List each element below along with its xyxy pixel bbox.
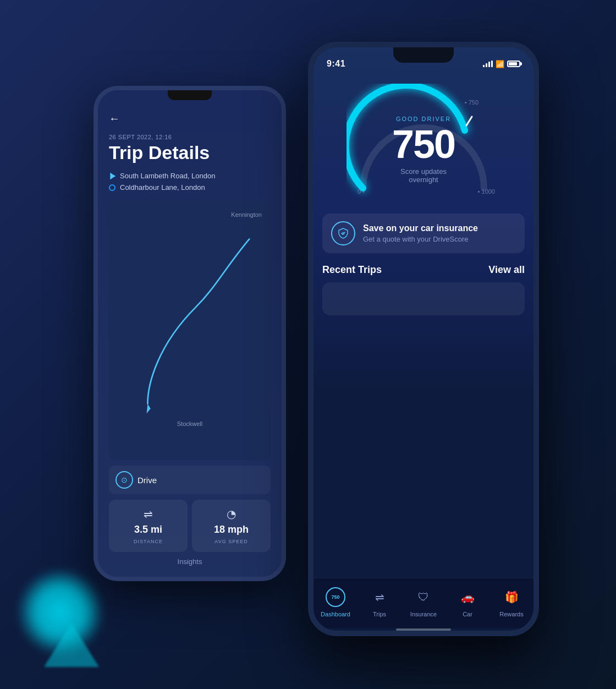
- map-curve-svg: [109, 200, 271, 433]
- stat-speed: ◔ 18 mph AVG SPEED: [192, 500, 271, 552]
- back-phone-notch: [168, 90, 212, 100]
- gauge-tick: • 750: [465, 99, 479, 106]
- car-icon: 🚗: [461, 590, 475, 604]
- speed-label: AVG SPEED: [215, 539, 248, 544]
- signal-icon: [483, 61, 493, 67]
- gauge-wrapper: GOOD DRIVER 750 Score updates overnight …: [346, 84, 501, 205]
- gauge-min: 0 •: [358, 188, 365, 195]
- gauge-max: • 1000: [478, 188, 495, 195]
- insurance-shield-icon: [331, 221, 355, 245]
- distance-label: DISTANCE: [134, 539, 163, 544]
- back-phone-screen: ← 26 SEPT 2022, 12:16 Trip Details South…: [98, 90, 282, 577]
- svg-line-0: [466, 117, 472, 125]
- gauge-center: GOOD DRIVER 750 Score updates overnight: [385, 116, 462, 184]
- trips-icon: ⇌: [375, 590, 384, 604]
- wifi-icon: 📶: [496, 60, 504, 68]
- score-value: 750: [385, 124, 462, 164]
- front-phone-notch: [393, 47, 454, 63]
- route-start-icon: [109, 173, 116, 179]
- insurance-icon: 🛡: [418, 591, 429, 604]
- speed-value: 18 mph: [214, 524, 249, 535]
- front-phone: 9:41 📶: [308, 42, 539, 636]
- route-item-start: South Lambeth Road, London: [109, 172, 271, 180]
- nav-label-dashboard: Dashboard: [321, 611, 350, 617]
- insurance-text: Save on your car insurance Get a quote w…: [363, 223, 478, 243]
- nav-label-car: Car: [463, 611, 472, 617]
- trip-route: South Lambeth Road, London Coldharbour L…: [109, 172, 271, 192]
- nav-item-rewards[interactable]: 🎁 Rewards: [495, 586, 528, 617]
- driver-label: GOOD DRIVER: [385, 116, 462, 122]
- drive-icon: ⊙: [116, 471, 133, 489]
- route-start-text: South Lambeth Road, London: [120, 172, 215, 180]
- dashboard-score-icon: 750: [326, 587, 345, 607]
- battery-icon: [507, 61, 520, 67]
- status-icons: 📶: [483, 60, 520, 68]
- drive-label: Drive: [138, 475, 157, 485]
- home-indicator: [396, 628, 451, 631]
- nav-label-insurance: Insurance: [410, 611, 437, 617]
- front-phone-screen: 9:41 📶: [314, 47, 534, 631]
- insurance-subtitle: Get a quote with your DriveScore: [363, 235, 478, 243]
- route-end-icon: [109, 184, 116, 191]
- distance-icon: ⇌: [144, 507, 153, 521]
- back-arrow-button[interactable]: ←: [109, 112, 271, 125]
- drive-bar: ⊙ Drive: [109, 466, 271, 494]
- phones-container: ← 26 SEPT 2022, 12:16 Trip Details South…: [61, 42, 556, 647]
- view-all-button[interactable]: View all: [488, 264, 525, 276]
- distance-value: 3.5 mi: [134, 524, 162, 535]
- stats-row: ⇌ 3.5 mi DISTANCE ◔ 18 mph AVG SPEED: [109, 500, 271, 552]
- nav-label-trips: Trips: [373, 611, 386, 617]
- nav-item-car[interactable]: 🚗 Car: [451, 586, 484, 617]
- nav-item-insurance[interactable]: 🛡 Insurance: [407, 586, 440, 617]
- insurance-title: Save on your car insurance: [363, 223, 478, 233]
- stat-distance: ⇌ 3.5 mi DISTANCE: [109, 500, 188, 552]
- score-sublabel: Score updates overnight: [385, 167, 462, 184]
- recent-trips-header: Recent Trips View all: [314, 253, 534, 282]
- map-area: Kennington Stockwell: [109, 200, 271, 460]
- insights-label: Insights: [109, 557, 271, 566]
- route-item-end: Coldharbour Lane, London: [109, 183, 271, 192]
- recent-trips-label: Recent Trips: [322, 264, 382, 276]
- trips-card: [322, 282, 525, 315]
- score-section: GOOD DRIVER 750 Score updates overnight …: [314, 73, 534, 205]
- route-end-text: Coldharbour Lane, London: [120, 183, 205, 192]
- insurance-banner[interactable]: Save on your car insurance Get a quote w…: [322, 214, 525, 253]
- nav-item-trips[interactable]: ⇌ Trips: [363, 586, 396, 617]
- status-time: 9:41: [327, 59, 345, 69]
- speed-icon: ◔: [227, 507, 236, 521]
- nav-item-dashboard[interactable]: 750 Dashboard: [319, 586, 352, 617]
- rewards-icon: 🎁: [505, 590, 519, 604]
- nav-label-rewards: Rewards: [499, 611, 523, 617]
- trip-title: Trip Details: [109, 143, 271, 163]
- trip-date: 26 SEPT 2022, 12:16: [109, 134, 271, 140]
- bottom-nav: 750 Dashboard ⇌ Trips 🛡 Insurance: [314, 578, 534, 628]
- back-phone: ← 26 SEPT 2022, 12:16 Trip Details South…: [94, 86, 286, 581]
